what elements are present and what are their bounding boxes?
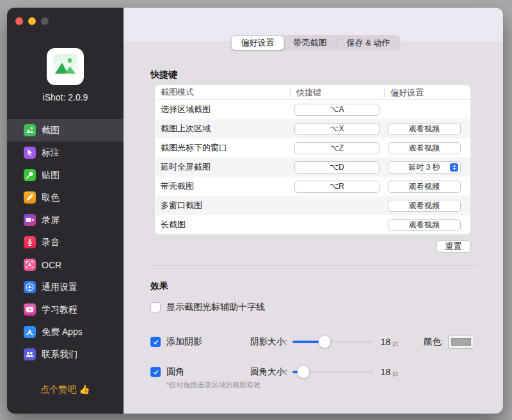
app-block: iShot: 2.0.9 — [7, 48, 124, 102]
delay-dropdown[interactable]: 延时 3 秒 — [388, 161, 461, 174]
shortcut-field[interactable]: ⌥R — [294, 181, 380, 193]
sidebar: iShot: 2.0.9 截图 标注 贴图 — [7, 8, 124, 414]
sidebar-item-annotate[interactable]: 标注 — [7, 141, 124, 164]
sidebar-item-screen-record[interactable]: 录屏 — [7, 209, 124, 231]
corner-note: *仅对拖拽选取区域的截图有效 — [166, 380, 260, 390]
sidebar-item-label: 通用设置 — [42, 282, 77, 293]
mode-label: 选择区域截图 — [155, 104, 290, 115]
mode-label: 截图上次区域 — [155, 123, 290, 134]
ishot-window: iShot: 2.0.9 截图 标注 贴图 — [7, 8, 503, 414]
shadow-color-swatch — [451, 338, 471, 346]
shadow-size-value: 18 — [381, 337, 391, 347]
sidebar-item-contact-us[interactable]: 联系我们 — [7, 343, 124, 366]
corner-checkbox[interactable] — [150, 367, 161, 377]
mode-label: 长截图 — [155, 219, 290, 230]
appstore-icon — [24, 326, 36, 338]
column-header-preferences: 偏好设置 — [384, 88, 470, 97]
mode-label: 带壳截图 — [155, 181, 290, 192]
reset-button[interactable]: 重置 — [436, 240, 470, 253]
sidebar-item-audio-record[interactable]: 录音 — [7, 231, 124, 254]
table-row: 带壳截图 ⌥R 观看视频 — [155, 177, 470, 196]
table-row: 延时全屏截图 ⌥D 延时 3 秒 — [155, 158, 470, 177]
watch-video-button[interactable]: 观看视频 — [388, 181, 461, 193]
shortcut-field[interactable]: ⌥A — [294, 104, 380, 116]
sidebar-item-tutorials[interactable]: 学习教程 — [7, 298, 124, 321]
sidebar-menu: 截图 标注 贴图 取色 — [7, 119, 124, 366]
mode-label: 截图光标下的窗口 — [155, 142, 290, 154]
thumbs-up-icon: 👍 — [79, 384, 90, 394]
sidebar-item-label: 贴图 — [42, 170, 60, 181]
sidebar-item-label: OCR — [42, 260, 61, 270]
shortcuts-table: 截图模式 快捷键 偏好设置 选择区域截图 ⌥A 截图上次区域 ⌥X 观看视频 截… — [155, 85, 470, 234]
corner-size-slider[interactable] — [292, 371, 373, 373]
crosshair-option: 显示截图光标辅助十字线 — [150, 302, 477, 313]
tab-preferences[interactable]: 偏好设置 — [232, 36, 284, 50]
gear-icon — [24, 281, 36, 293]
corner-label: 圆角 — [166, 366, 184, 378]
crosshair-checkbox[interactable] — [150, 302, 161, 312]
corner-size-value: 18 — [381, 367, 391, 377]
sidebar-item-label: 联系我们 — [42, 349, 77, 360]
cursor-icon — [24, 147, 36, 159]
stepper-icon — [450, 163, 458, 172]
tab-framed-screenshot[interactable]: 带壳截图 — [284, 36, 337, 50]
column-header-mode: 截图模式 — [155, 86, 290, 98]
watch-video-button[interactable]: 观看视频 — [388, 123, 461, 135]
watch-video-button[interactable]: 观看视频 — [388, 200, 461, 212]
minimize-button[interactable] — [28, 17, 36, 25]
pen-icon — [24, 191, 36, 204]
ocr-viewfinder-icon: A — [24, 259, 36, 271]
shadow-option: 添加阴影 阴影大小: 18 pt 颜色: — [150, 335, 477, 349]
svg-text:A: A — [28, 262, 32, 268]
sidebar-item-label: 录屏 — [42, 214, 60, 226]
screenshot-icon — [24, 124, 36, 136]
shortcuts-section-title: 快捷键 — [150, 69, 477, 81]
section-divider — [150, 265, 477, 266]
zoom-button[interactable] — [41, 17, 49, 25]
shadow-color-label: 颜色: — [424, 336, 444, 348]
watch-video-button[interactable]: 观看视频 — [388, 219, 461, 231]
sidebar-item-general-settings[interactable]: 通用设置 — [7, 276, 124, 298]
corner-size-unit: pt — [392, 370, 397, 377]
app-icon — [47, 48, 84, 85]
column-header-shortcut: 快捷键 — [290, 88, 384, 97]
slider-thumb[interactable] — [319, 336, 331, 348]
app-version: iShot: 2.0.9 — [7, 92, 124, 102]
close-button[interactable] — [15, 17, 23, 25]
like-label: 点个赞吧 — [40, 384, 76, 394]
microphone-icon — [24, 236, 36, 248]
sidebar-item-label: 截图 — [42, 125, 60, 136]
shadow-size-slider[interactable] — [292, 341, 373, 343]
table-row: 多窗口截图 观看视频 — [155, 196, 470, 215]
table-header: 截图模式 快捷键 偏好设置 — [155, 85, 470, 100]
shadow-size-unit: pt — [392, 340, 397, 347]
table-row: 截图上次区域 ⌥X 观看视频 — [155, 119, 470, 138]
sidebar-item-pin[interactable]: 贴图 — [7, 164, 124, 186]
corner-size-label: 圆角大小: — [250, 366, 287, 378]
shortcut-field[interactable]: ⌥D — [294, 161, 380, 174]
tab-save-actions[interactable]: 保存 & 动作 — [337, 36, 400, 50]
sidebar-item-label: 录音 — [42, 237, 60, 248]
video-tutorial-icon — [24, 303, 36, 316]
effects-section-title: 效果 — [150, 280, 477, 292]
video-camera-icon — [24, 214, 36, 226]
shadow-label: 添加阴影 — [166, 336, 202, 348]
shortcut-field[interactable]: ⌥X — [294, 123, 380, 135]
sidebar-item-color-picker[interactable]: 取色 — [7, 186, 124, 209]
table-row: 选择区域截图 ⌥A — [155, 100, 470, 119]
shortcut-field[interactable]: ⌥Z — [294, 142, 380, 154]
crosshair-label: 显示截图光标辅助十字线 — [166, 302, 265, 313]
shadow-checkbox[interactable] — [150, 337, 161, 347]
mode-label: 延时全屏截图 — [155, 161, 290, 173]
sidebar-item-ocr[interactable]: A OCR — [7, 254, 124, 276]
sidebar-item-screenshot[interactable]: 截图 — [7, 119, 124, 141]
table-row: 长截图 观看视频 — [155, 215, 470, 234]
tab-bar: 偏好设置 带壳截图 保存 & 动作 — [231, 35, 401, 51]
content: 快捷键 截图模式 快捷键 偏好设置 选择区域截图 ⌥A 截图上次区域 ⌥X 观看… — [124, 42, 503, 378]
shadow-color-well[interactable] — [448, 335, 474, 349]
main-panel: 偏好设置 带壳截图 保存 & 动作 快捷键 截图模式 快捷键 偏好设置 选择区域… — [124, 8, 503, 414]
like-link[interactable]: 点个赞吧 👍 — [7, 384, 124, 396]
slider-thumb[interactable] — [298, 366, 310, 378]
watch-video-button[interactable]: 观看视频 — [388, 142, 461, 154]
sidebar-item-free-apps[interactable]: 免费 Apps — [7, 321, 124, 343]
